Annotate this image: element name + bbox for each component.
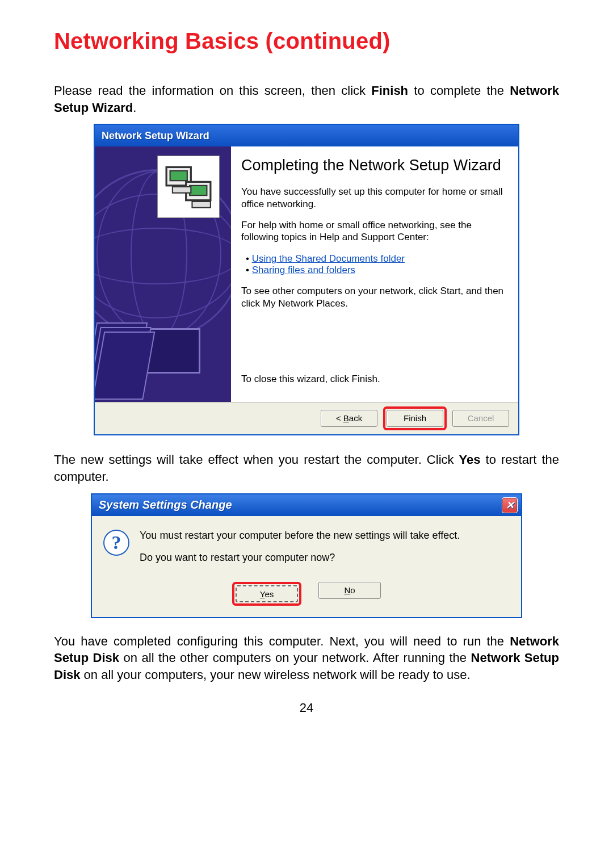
dialog-line-2: Do you want to restart your computer now… — [140, 552, 460, 564]
paper-stack-icon — [95, 322, 159, 402]
page-heading: Networking Basics (continued) — [54, 28, 559, 54]
yes-button-highlight: Yes — [232, 582, 301, 606]
mid-text: The new settings will take effect when y… — [54, 451, 559, 485]
help-link-shared-docs[interactable]: Using the Shared Documents folder — [252, 253, 405, 264]
no-button[interactable]: No — [318, 582, 381, 599]
cancel-button: Cancel — [452, 410, 509, 427]
wizard-content: Completing the Network Setup Wizard You … — [231, 146, 518, 402]
yes-button[interactable]: Yes — [236, 585, 298, 602]
wizard-para-4: To close this wizard, click Finish. — [241, 373, 508, 385]
question-icon: ? — [103, 530, 129, 556]
svg-rect-5 — [192, 202, 210, 208]
close-icon: ✕ — [506, 499, 514, 511]
svg-rect-1 — [170, 171, 187, 181]
wizard-para-2: For help with home or small office netwo… — [241, 219, 508, 244]
wizard-content-title: Completing the Network Setup Wizard — [241, 157, 508, 174]
back-button[interactable]: < Back — [321, 410, 377, 427]
dialog-titlebar: System Settings Change ✕ — [92, 494, 521, 516]
help-link-sharing-files[interactable]: Sharing files and folders — [252, 265, 355, 275]
system-settings-change-dialog: System Settings Change ✕ ? You must rest… — [91, 493, 522, 618]
finish-button[interactable]: Finish — [387, 410, 443, 427]
wizard-title: Network Setup Wizard — [102, 130, 209, 142]
wizard-button-row: < Back Finish Cancel — [95, 402, 518, 434]
finish-button-highlight: Finish — [383, 406, 447, 430]
dialog-line-1: You must restart your computer before th… — [140, 530, 460, 542]
page-number: 24 — [54, 701, 559, 715]
svg-rect-3 — [190, 186, 207, 195]
wizard-graphic — [95, 146, 231, 402]
computers-icon — [157, 156, 220, 218]
wizard-para-1: You have successfully set up this comput… — [241, 186, 508, 210]
wizard-titlebar: Network Setup Wizard — [95, 125, 518, 146]
outro-text: You have completed configuring this comp… — [54, 633, 559, 684]
dialog-button-row: Yes No — [92, 578, 521, 617]
dialog-title: System Settings Change — [99, 498, 232, 511]
network-setup-wizard-window: Network Setup Wizard — [94, 124, 519, 435]
close-button[interactable]: ✕ — [502, 497, 518, 513]
wizard-para-3: To see other computers on your network, … — [241, 285, 508, 309]
svg-rect-4 — [173, 187, 191, 193]
intro-text: Please read the information on this scre… — [54, 82, 559, 116]
